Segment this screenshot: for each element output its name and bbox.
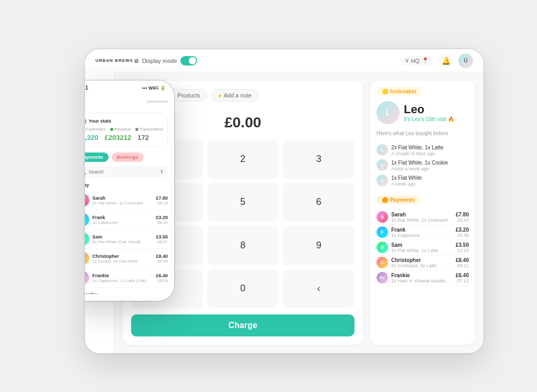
customers-label: Customers bbox=[85, 127, 106, 132]
payments-badge-label: Payments bbox=[390, 197, 415, 203]
toggle-switch[interactable] bbox=[180, 56, 197, 66]
list-item: L 1x Flat White A week ago bbox=[377, 173, 469, 188]
phone-content: ≡ 📊 Your stats Customers bbox=[85, 93, 174, 294]
payments-list: S Sarah 2x Flat White, 1x Croissant £7.8… bbox=[377, 210, 469, 286]
history-intro: Here's what Leo bought before bbox=[377, 130, 469, 136]
payments-icon: 🟠 bbox=[382, 197, 388, 203]
payment-avatar: C bbox=[377, 257, 388, 268]
phone-signal: ▪▪▪ WiFi 🔋 bbox=[142, 85, 166, 91]
revenue-label: Revenue bbox=[110, 127, 131, 132]
customer-visit: It's Leo's 15th visit 🔥 bbox=[404, 116, 454, 122]
avatar: Fr bbox=[85, 271, 89, 285]
hq-badge[interactable]: ∨ HQ 📍 bbox=[401, 56, 434, 66]
list-item: F Frank 1x Cappucino £3.20 15:39 bbox=[377, 225, 469, 240]
wifi-icon: WiFi bbox=[148, 85, 158, 91]
numpad-0[interactable]: 0 bbox=[207, 269, 279, 309]
location-icon: 📍 bbox=[422, 57, 429, 64]
history-avatar: L bbox=[377, 144, 388, 156]
numpad-2[interactable]: 2 bbox=[207, 139, 279, 179]
phone-logo-bar bbox=[147, 101, 168, 103]
list-item: S Sam 1x Flat White (Oat, Decaf) £3.50 0… bbox=[85, 230, 168, 249]
phone-header: ≡ bbox=[85, 93, 168, 111]
customers-value: 5,320 bbox=[85, 134, 99, 141]
history-avatar: L bbox=[377, 159, 388, 171]
payment-avatar: S bbox=[377, 242, 388, 253]
icebreaker-badge: 🟡 Icebreaker bbox=[377, 87, 422, 96]
numpad-6[interactable]: 6 bbox=[283, 183, 355, 222]
display-mode-label: Display mode bbox=[142, 58, 177, 64]
tab-bookings[interactable]: Bookings bbox=[112, 153, 144, 162]
payments-badge: 🟠 Payments bbox=[377, 195, 420, 204]
stats-card: 📊 Your stats Customers Revenue bbox=[85, 113, 168, 147]
tablet: URBAN BREWS 🖥 Display mode ∨ HQ 📍 🔔 U bbox=[85, 49, 484, 353]
download-icon[interactable]: ⬇ bbox=[159, 169, 164, 175]
list-item: S Sarah 2x Flat White, 1x Croissant £7.8… bbox=[85, 191, 168, 210]
icebreaker-label: Icebreaker bbox=[390, 89, 416, 94]
yesterday-section: Yesterday L Leo 2x Flat White, 1x Latte … bbox=[85, 292, 168, 294]
list-item: L 2x Flat White, 1x Latte A couple of da… bbox=[377, 143, 469, 158]
transactions-value: 172 bbox=[137, 134, 149, 141]
tab-payments[interactable]: Payments bbox=[85, 153, 109, 162]
chart-icon: 📊 bbox=[85, 118, 87, 124]
charge-button[interactable]: Charge bbox=[131, 314, 355, 336]
history-avatar: L bbox=[377, 175, 388, 186]
chevron-down-icon: ∨ bbox=[405, 57, 409, 64]
numpad-9[interactable]: 9 bbox=[283, 226, 355, 265]
display-mode-toggle[interactable]: 🖥 Display mode bbox=[133, 56, 197, 66]
list-item: Fr Frankie 2x Ham 'n' cheese toastie... … bbox=[377, 270, 469, 286]
transactions-label: Transactions bbox=[135, 127, 164, 132]
revenue-value: £203212 bbox=[105, 134, 132, 141]
tablet-top-bar: URBAN BREWS 🖥 Display mode ∨ HQ 📍 🔔 U bbox=[85, 49, 484, 72]
payment-avatar: F bbox=[377, 226, 388, 238]
customer-name: Leo bbox=[404, 103, 454, 116]
numpad-backspace[interactable]: ‹ bbox=[283, 269, 355, 309]
list-item: S Sarah 2x Flat White, 1x Croissant £7.8… bbox=[377, 210, 469, 225]
customer-profile: L Leo It's Leo's 15th visit 🔥 bbox=[377, 101, 469, 124]
hq-label: HQ bbox=[411, 58, 420, 64]
stats-labels: Customers Revenue Transactions bbox=[85, 127, 162, 132]
phone: 9:41 ▪▪▪ WiFi 🔋 ≡ 📊 Your stats bbox=[85, 81, 174, 301]
numpad-3[interactable]: 3 bbox=[283, 139, 355, 179]
tablet-logo: URBAN BREWS bbox=[95, 58, 133, 63]
phone-tabs: Payments Bookings bbox=[85, 153, 168, 162]
stats-title: 📊 Your stats bbox=[85, 118, 162, 124]
icebreaker-icon: 🟡 bbox=[382, 89, 388, 94]
revenue-dot bbox=[110, 128, 113, 131]
phone-search-input[interactable] bbox=[89, 169, 157, 175]
customer-info: Leo It's Leo's 15th visit 🔥 bbox=[404, 103, 454, 122]
note-tab-label: Add a note bbox=[223, 92, 251, 99]
stats-values: 5,320 £203212 172 bbox=[85, 134, 162, 141]
user-avatar[interactable]: U bbox=[458, 53, 473, 68]
avatar: C bbox=[85, 252, 89, 265]
note-tab-icon: ● bbox=[218, 92, 222, 99]
notification-icon[interactable]: 🔔 bbox=[438, 53, 453, 68]
phone-search-bar[interactable]: 🔍 ⬇ bbox=[85, 166, 168, 177]
list-item: S Sam 2x Flat White, 1x Latte £3.50 12:2… bbox=[377, 240, 469, 255]
today-section: Today S Sarah 2x Flat White, 1x Croissan… bbox=[85, 182, 168, 288]
tab-add-note[interactable]: ● Add a note bbox=[211, 89, 259, 102]
avatar: S bbox=[85, 193, 89, 207]
list-item: C Christopher 2x Cookie, 4x Flat White £… bbox=[85, 249, 168, 268]
payment-avatar: S bbox=[377, 211, 388, 223]
search-icon: 🔍 bbox=[85, 169, 86, 175]
avatar: F bbox=[85, 213, 89, 226]
avatar: S bbox=[85, 232, 89, 246]
signal-bars-icon: ▪▪▪ bbox=[142, 85, 147, 91]
display-mode-icon: 🖥 bbox=[133, 58, 139, 64]
battery-icon: 🔋 bbox=[160, 85, 166, 91]
icebreaker-panel: 🟡 Icebreaker L Leo It's Leo's 15th visit… bbox=[370, 81, 475, 345]
list-item: F Frank 1x Cappucino £3.20 08:10 bbox=[85, 210, 168, 230]
phone-status-bar: 9:41 ▪▪▪ WiFi 🔋 bbox=[85, 81, 174, 93]
numpad-8[interactable]: 8 bbox=[207, 226, 279, 265]
list-item: Fr Frankie 1x Cappucino, 1x Latte (Oat) … bbox=[85, 268, 168, 288]
history-list: L 2x Flat White, 1x Latte A couple of da… bbox=[377, 143, 469, 188]
products-tab-label: Products bbox=[177, 92, 200, 99]
payment-avatar: Fr bbox=[377, 272, 388, 284]
customer-avatar: L bbox=[377, 101, 400, 124]
transactions-dot bbox=[135, 128, 138, 131]
list-item: C Christopher 2x Croissant, 3x Latte £8.… bbox=[377, 255, 469, 270]
numpad-5[interactable]: 5 bbox=[207, 183, 279, 222]
list-item: L 1x Flat White, 1x Cookie About a week … bbox=[377, 158, 469, 173]
phone-time: 9:41 bbox=[85, 85, 88, 91]
